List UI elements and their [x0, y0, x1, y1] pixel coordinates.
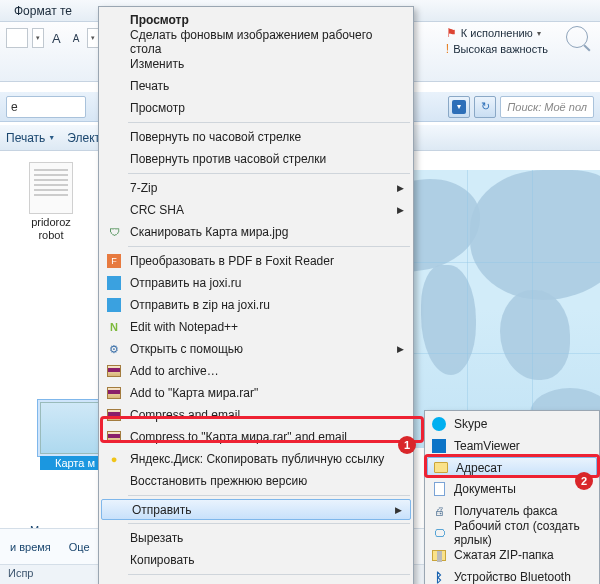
- search-input[interactable]: Поиск: Моё пол: [500, 96, 594, 118]
- selected-file-thumb: [40, 402, 106, 454]
- ctx-yandex[interactable]: ●Яндекс.Диск: Скопировать публичную ссыл…: [100, 448, 412, 470]
- sendto-recipient[interactable]: Адресат: [427, 457, 597, 478]
- ctx-restore[interactable]: Восстановить прежнюю версию: [100, 470, 412, 492]
- ctx-add-rar[interactable]: Add to "Карта мира.rar": [100, 382, 412, 404]
- desktop-icon: 🖵: [431, 525, 447, 541]
- yandex-disk-icon: ●: [106, 451, 122, 467]
- ctx-crc[interactable]: CRC SHA▶: [100, 199, 412, 221]
- breadcrumb[interactable]: е: [6, 96, 86, 118]
- detail-rating-label: Оце: [69, 541, 90, 553]
- sendto-teamviewer[interactable]: TeamViewer: [426, 435, 598, 457]
- notepadpp-icon: N: [106, 319, 122, 335]
- sendto-bluetooth[interactable]: ᛒУстройство Bluetooth: [426, 566, 598, 584]
- ctx-rotate-ccw[interactable]: Повернуть против часовой стрелки: [100, 148, 412, 170]
- joxi-icon: [106, 275, 122, 291]
- ctx-view2[interactable]: Просмотр: [100, 97, 412, 119]
- ctx-compress-email[interactable]: Compress and email…: [100, 404, 412, 426]
- documents-icon: [431, 481, 447, 497]
- font-selector[interactable]: [6, 28, 28, 48]
- ctx-send-to[interactable]: Отправить▶: [101, 499, 411, 520]
- mail-recipient-icon: [433, 460, 449, 476]
- ctx-openwith[interactable]: ⚙Открыть с помощью▶: [100, 338, 412, 360]
- toolbar-email[interactable]: Элект: [67, 131, 100, 145]
- ctx-scan[interactable]: 🛡Сканировать Карта мира.jpg: [100, 221, 412, 243]
- ctx-copy[interactable]: Копировать: [100, 549, 412, 571]
- zip-folder-icon: [431, 547, 447, 563]
- ctx-joxi[interactable]: Отправить на joxi.ru: [100, 272, 412, 294]
- sendto-documents[interactable]: Документы: [426, 478, 598, 500]
- ctx-foxit[interactable]: FПреобразовать в PDF в Foxit Reader: [100, 250, 412, 272]
- ctx-compress-rar-email[interactable]: Compress to "Карта мира.rar" and email: [100, 426, 412, 448]
- ctx-notepadpp[interactable]: NEdit with Notepad++: [100, 316, 412, 338]
- detail-date-label: и время: [10, 541, 51, 553]
- ctx-print[interactable]: Печать: [100, 75, 412, 97]
- font-size-decrease[interactable]: A: [69, 33, 84, 44]
- ctx-edit[interactable]: Изменить: [100, 53, 412, 75]
- history-dropdown[interactable]: ▾: [448, 96, 470, 118]
- ctx-rotate-cw[interactable]: Повернуть по часовой стрелке: [100, 126, 412, 148]
- submenu-arrow-icon: ▶: [397, 205, 404, 215]
- map-preview: [401, 170, 600, 448]
- joxi-icon: [106, 297, 122, 313]
- sendto-desktop[interactable]: 🖵Рабочий стол (создать ярлык): [426, 522, 598, 544]
- sendto-submenu: Skype TeamViewer Адресат Документы 🖨Полу…: [424, 410, 600, 584]
- fax-icon: 🖨: [431, 503, 447, 519]
- high-importance[interactable]: !Высокая важность: [446, 42, 548, 56]
- ctx-wallpaper[interactable]: Сделать фоновым изображением рабочего ст…: [100, 31, 412, 53]
- winrar-icon: [106, 407, 122, 423]
- gear-icon: ⚙: [106, 341, 122, 357]
- flag-icon: ⚑: [446, 26, 457, 40]
- sendto-skype[interactable]: Skype: [426, 413, 598, 435]
- importance-icon: !: [446, 42, 449, 56]
- ctx-cut[interactable]: Вырезать: [100, 527, 412, 549]
- shield-icon: 🛡: [106, 224, 122, 240]
- winrar-icon: [106, 429, 122, 445]
- file-label-doc: pridorozrobot: [6, 216, 96, 242]
- submenu-arrow-icon: ▶: [397, 344, 404, 354]
- foxit-icon: F: [106, 253, 122, 269]
- submenu-arrow-icon: ▶: [397, 183, 404, 193]
- followup-flag[interactable]: ⚑К исполнению▾: [446, 26, 548, 40]
- annotation-badge-1: 1: [398, 436, 416, 454]
- ctx-add-archive[interactable]: Add to archive…: [100, 360, 412, 382]
- bluetooth-icon: ᛒ: [431, 569, 447, 584]
- sendto-zip[interactable]: Сжатая ZIP-папка: [426, 544, 598, 566]
- font-dropdown[interactable]: ▾: [32, 28, 44, 48]
- teamviewer-icon: [431, 438, 447, 454]
- toolbar-print[interactable]: Печать ▼: [6, 131, 55, 145]
- menu-format-text[interactable]: Формат те: [6, 2, 80, 20]
- skype-icon: [431, 416, 447, 432]
- ctx-shortcut[interactable]: Создать ярлык: [100, 578, 412, 584]
- ctx-joxi-zip[interactable]: Отправить в zip на joxi.ru: [100, 294, 412, 316]
- file-thumb-doc[interactable]: [29, 162, 73, 214]
- font-size-increase[interactable]: A: [48, 31, 65, 46]
- ctx-7zip[interactable]: 7-Zip▶: [100, 177, 412, 199]
- winrar-icon: [106, 363, 122, 379]
- refresh-button[interactable]: ↻: [474, 96, 496, 118]
- context-menu: Просмотр Сделать фоновым изображением ра…: [98, 6, 414, 584]
- winrar-icon: [106, 385, 122, 401]
- annotation-badge-2: 2: [575, 472, 593, 490]
- submenu-arrow-icon: ▶: [395, 505, 402, 515]
- zoom-icon[interactable]: [566, 26, 588, 48]
